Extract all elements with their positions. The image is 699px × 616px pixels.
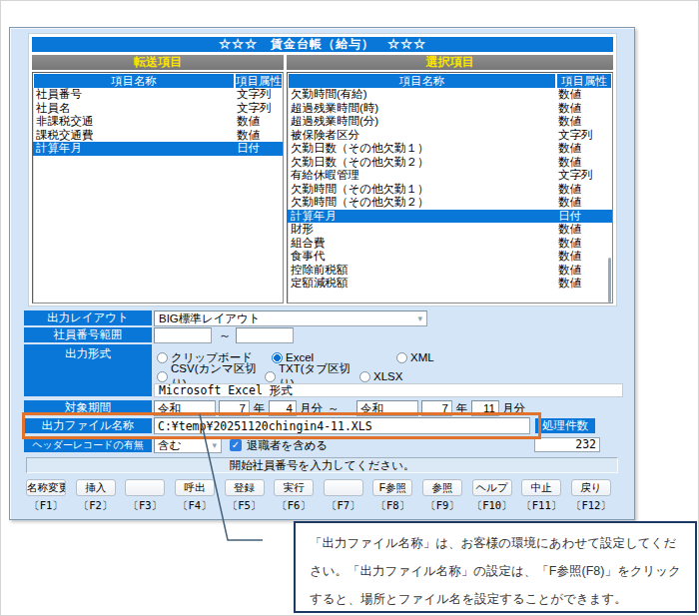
function-key-caption: 〔F5〕 xyxy=(228,499,262,513)
function-key-button[interactable]: F参照 xyxy=(372,479,412,496)
list-item[interactable]: 欠勤時間（その他欠勤１） 数値 xyxy=(288,183,612,197)
year-suffix-from: 年 xyxy=(254,400,266,416)
output-layout-dropdown[interactable]: BIG標準レイアウト ▾ xyxy=(154,310,427,326)
month-suffix-from: 月分 xyxy=(300,400,323,416)
item-attr: 文字列 xyxy=(237,88,283,102)
era-from-field[interactable]: 令和 xyxy=(154,400,216,416)
function-key-button[interactable]: 中止 xyxy=(521,479,561,496)
range-separator: ～ xyxy=(216,327,234,343)
item-attr: 数値 xyxy=(558,183,612,197)
function-key-button[interactable]: 呼出 xyxy=(175,479,215,496)
list-item[interactable]: 社員名 文字列 xyxy=(33,102,283,116)
item-attr: 数値 xyxy=(558,250,612,264)
item-name: 超過残業時間(時) xyxy=(288,102,558,116)
header-record-dropdown[interactable]: 含む ▾ xyxy=(154,437,222,453)
list-item[interactable]: 欠勤日数（その他欠勤１） 数値 xyxy=(288,142,612,156)
employee-range-label: 社員番号範囲 xyxy=(24,327,152,342)
list-item[interactable]: 食事代 数値 xyxy=(288,250,612,264)
function-key-button[interactable]: 戻り xyxy=(571,479,611,496)
list-item[interactable]: 計算年月 日付 xyxy=(288,210,612,224)
employee-range-to-input[interactable] xyxy=(237,328,293,342)
period-separator: ～ xyxy=(328,400,340,416)
list-item[interactable]: 定額減税額 数値 xyxy=(288,277,612,291)
radio-option[interactable]: XML xyxy=(396,351,434,363)
item-name: 有給休暇管理 xyxy=(288,169,558,183)
output-layout-value: BIG標準レイアウト xyxy=(159,312,261,324)
function-key-caption: 〔F8〕 xyxy=(376,499,410,513)
function-key-button[interactable] xyxy=(324,479,363,496)
function-key-cell: 登録 〔F5〕 xyxy=(225,479,265,513)
year-to-field[interactable]: 7 xyxy=(421,400,452,416)
selection-list-column-headers: 項目名称 項目属性 xyxy=(288,73,612,88)
list-item[interactable]: 社員番号 文字列 xyxy=(33,88,283,102)
list-item[interactable]: 欠勤日数（その他欠勤２） 数値 xyxy=(288,156,612,170)
function-key-caption: 〔F6〕 xyxy=(277,499,311,513)
list-item[interactable]: 控除前税額 数値 xyxy=(288,264,612,278)
function-key-cell: 呼出 〔F4〕 xyxy=(175,479,215,513)
list-item[interactable]: 組合費 数値 xyxy=(288,237,612,251)
function-key-button[interactable]: ヘルプ xyxy=(472,479,512,496)
process-count-value: 232 xyxy=(534,437,600,452)
item-attr: 数値 xyxy=(237,115,283,129)
item-name: 食事代 xyxy=(288,250,558,264)
scrollbar-thumb[interactable] xyxy=(608,258,611,303)
list-item[interactable]: 被保険者区分 文字列 xyxy=(288,129,612,143)
function-key-button[interactable]: 参照 xyxy=(422,479,462,496)
item-attr: 日付 xyxy=(237,142,283,156)
item-attr: 数値 xyxy=(558,156,612,170)
list-item[interactable]: 課税交通費 数値 xyxy=(33,129,283,143)
selection-items-header: 選択項目 xyxy=(287,55,613,70)
list-item[interactable]: 計算年月 日付 xyxy=(33,142,283,156)
item-attr: 文字列 xyxy=(237,102,283,116)
function-key-button[interactable] xyxy=(125,479,165,496)
function-key-caption: 〔F4〕 xyxy=(178,499,212,513)
function-key-caption: 〔F3〕 xyxy=(128,499,162,513)
chevron-down-icon: ▾ xyxy=(212,438,217,452)
output-file-input[interactable] xyxy=(155,418,529,433)
list-item[interactable]: 欠勤時間(有給) 数値 xyxy=(288,88,612,102)
radio-label: XLSX xyxy=(373,370,402,382)
list-item[interactable]: 有給休暇管理 文字列 xyxy=(288,169,612,183)
item-attr: 数値 xyxy=(558,223,612,237)
month-suffix-to: 月分 xyxy=(502,400,525,416)
format-note: Microsoft Excel 形式 xyxy=(154,383,623,397)
transfer-list-rows: 社員番号 文字列 社員名 文字列 非課税交通 数値 xyxy=(33,88,283,156)
radio-icon xyxy=(157,371,168,382)
function-key-button[interactable]: 登録 xyxy=(225,479,265,496)
function-key-cell: 〔F3〕 xyxy=(125,479,165,513)
screenshot-page: ☆☆☆ 賃金台帳（給与） ☆☆☆ 転送項目 選択項目 項目名称 項目属性 社員番… xyxy=(0,0,699,616)
item-name: 社員名 xyxy=(33,102,237,116)
list-item[interactable]: 非課税交通 数値 xyxy=(33,115,283,129)
column-header-item-name: 項目名称 xyxy=(34,74,234,88)
month-to-field[interactable]: 11 xyxy=(471,400,499,416)
list-item[interactable]: 財形 数値 xyxy=(288,223,612,237)
item-attr: 数値 xyxy=(558,277,612,291)
employee-range-from-wrap xyxy=(154,327,212,343)
item-name: 欠勤時間（その他欠勤２） xyxy=(288,196,558,210)
function-key-button[interactable]: 実行 xyxy=(274,479,314,496)
item-name: 控除前税額 xyxy=(288,264,558,278)
item-attr: 数値 xyxy=(558,142,612,156)
include-retired-checkbox[interactable]: ✓ xyxy=(230,439,242,451)
function-key-cell: 戻り 〔F12〕 xyxy=(571,479,611,513)
list-item[interactable]: 超過残業時間(分) 数値 xyxy=(288,115,612,129)
function-key-button[interactable]: 名称変更 xyxy=(26,479,66,496)
item-attr: 日付 xyxy=(558,210,612,224)
list-item[interactable]: 欠勤時間（その他欠勤２） 数値 xyxy=(288,196,612,210)
era-to-field[interactable]: 令和 xyxy=(356,400,418,416)
callout-note: 「出力ファイル名称」は、お客様の環境にあわせて設定してください。「出力ファイル名… xyxy=(294,521,697,613)
radio-icon xyxy=(359,371,370,382)
function-key-button[interactable]: 挿入 xyxy=(76,479,116,496)
year-from-field[interactable]: 7 xyxy=(219,400,250,416)
month-from-field[interactable]: 4 xyxy=(269,400,297,416)
radio-option[interactable]: XLSX xyxy=(359,370,402,382)
output-format-options-row2: CSV(カンマ区切り) TXT(タブ区切り) XLSX xyxy=(157,368,536,384)
selection-list-rows: 欠勤時間(有給) 数値 超過残業時間(時) 数値 超過残業時間(分) 数値 xyxy=(288,88,612,291)
radio-icon xyxy=(265,371,276,382)
function-key-cell: 挿入 〔F2〕 xyxy=(76,479,116,513)
column-header-item-name: 項目名称 xyxy=(289,74,555,88)
employee-range-from-input[interactable] xyxy=(155,328,211,342)
item-attr: 数値 xyxy=(558,115,612,129)
function-key-caption: 〔F2〕 xyxy=(79,499,113,513)
list-item[interactable]: 超過残業時間(時) 数値 xyxy=(288,102,612,116)
